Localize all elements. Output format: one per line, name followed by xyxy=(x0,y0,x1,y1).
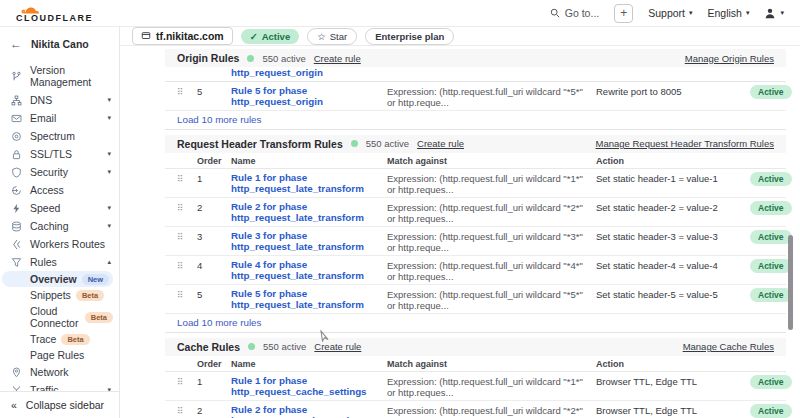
account-back[interactable]: ← Nikita Cano xyxy=(0,34,119,57)
user-icon xyxy=(764,7,776,19)
lightning-icon xyxy=(11,203,22,214)
sidebar-item-rules[interactable]: Rules ▴ xyxy=(0,253,119,271)
sidebar-item-dns[interactable]: DNS ▾ xyxy=(0,91,119,109)
sidebar-item-access[interactable]: Access xyxy=(0,181,119,199)
git-branch-icon xyxy=(11,71,22,82)
sidebar-item-trace[interactable]: Trace Beta xyxy=(0,331,119,347)
order-cell: 4 xyxy=(197,259,225,271)
collapse-sidebar-button[interactable]: « Collapse sidebar xyxy=(0,391,119,418)
table-header-row: Order Name Match against Action xyxy=(165,153,786,169)
rule-name-line2: http_request_origin xyxy=(231,96,323,107)
drag-handle-icon[interactable]: ⠿ xyxy=(177,230,191,242)
manage-origin-rules-link[interactable]: Manage Origin Rules xyxy=(685,53,774,64)
column-header-match: Match against xyxy=(387,156,590,166)
section-title: Origin Rules xyxy=(177,52,239,64)
sidebar-subitem-label: Cloud Connector xyxy=(30,305,80,329)
rule-name-link[interactable]: http_request_origin xyxy=(231,67,381,79)
collapse-icon: « xyxy=(11,399,17,411)
load-more-link[interactable]: Load 10 more rules xyxy=(165,314,786,333)
status-badge: Active xyxy=(750,404,792,418)
sidebar-item-cloud-connector[interactable]: Cloud Connector Beta xyxy=(0,303,119,331)
request-header-transform-rules-header: Request Header Transform Rules 550 activ… xyxy=(165,135,786,153)
drag-handle-icon[interactable]: ⠿ xyxy=(177,201,191,213)
action-cell: Set static header-2 = value-2 xyxy=(596,201,744,213)
rule-name-link[interactable]: Rule 4 for phasehttp_request_late_transf… xyxy=(231,259,381,282)
order-cell: 5 xyxy=(197,85,225,97)
order-cell: 2 xyxy=(197,201,225,213)
drag-handle-icon[interactable]: ⠿ xyxy=(177,85,191,97)
cloudflare-logo[interactable]: CLOUDFLARE xyxy=(16,3,93,23)
chevron-down-icon: ▾ xyxy=(746,9,750,17)
action-cell: Browser TTL, Edge TTL xyxy=(596,375,744,387)
sidebar-item-security[interactable]: Security ▾ xyxy=(0,163,119,181)
add-site-button[interactable]: + xyxy=(614,4,633,23)
zone-bar: tf.nikitac.com ✓ Active ☆ Star Enterpris… xyxy=(120,27,800,46)
email-icon xyxy=(11,113,22,124)
drag-handle-icon[interactable]: ⠿ xyxy=(177,288,191,300)
star-button[interactable]: ☆ Star xyxy=(307,28,357,45)
sidebar-item-caching[interactable]: Caching ▾ xyxy=(0,217,119,235)
rule-name-link[interactable]: Rule 3 for phasehttp_request_late_transf… xyxy=(231,230,381,253)
network-icon xyxy=(11,367,22,378)
table-row: http_request_origin xyxy=(165,67,786,82)
zone-selector[interactable]: tf.nikitac.com xyxy=(132,27,233,45)
goto-search[interactable]: Go to... xyxy=(550,7,599,19)
rule-name-link[interactable]: Rule 2 for phasehttp_request_cache_setti… xyxy=(231,404,381,418)
match-cell: Expression: (http.request.full_uri wildc… xyxy=(387,201,590,224)
drag-handle-icon[interactable]: ⠿ xyxy=(177,172,191,184)
plan-label: Enterprise plan xyxy=(375,31,444,42)
support-label: Support xyxy=(648,7,685,19)
sidebar-item-page-rules[interactable]: Page Rules xyxy=(0,347,119,363)
rule-name-line2: http_request_late_transform xyxy=(231,270,364,281)
rule-name-link[interactable]: Rule 1 for phasehttp_request_cache_setti… xyxy=(231,375,381,398)
star-label: Star xyxy=(330,31,347,42)
drag-handle-icon[interactable]: ⠿ xyxy=(177,404,191,416)
rule-name-link[interactable]: Rule 5 for phasehttp_request_late_transf… xyxy=(231,288,381,311)
zone-status-badge: ✓ Active xyxy=(241,29,299,44)
column-header-name: Name xyxy=(231,156,381,166)
sidebar-item-traffic[interactable]: Traffic ▾ xyxy=(0,381,119,391)
sidebar-item-email[interactable]: Email ▾ xyxy=(0,109,119,127)
rule-name-link[interactable]: Rule 1 for phasehttp_request_late_transf… xyxy=(231,172,381,195)
language-menu[interactable]: English ▾ xyxy=(708,7,750,19)
rule-name-line1: Rule 5 for phase xyxy=(231,85,307,96)
active-count: 550 active xyxy=(262,53,305,64)
match-cell: Expression: (http.request.full_uri wildc… xyxy=(387,230,590,253)
sidebar-item-label: SSL/TLS xyxy=(30,148,72,160)
account-menu[interactable]: ▾ xyxy=(764,7,784,19)
sidebar-item-network[interactable]: Network xyxy=(0,363,119,381)
rule-name-link[interactable]: Rule 2 for phasehttp_request_late_transf… xyxy=(231,201,381,224)
match-cell: Expression: (http.request.full_uri wildc… xyxy=(387,404,590,418)
sidebar-item-ssl-tls[interactable]: SSL/TLS ▾ xyxy=(0,145,119,163)
sidebar-item-overview[interactable]: Overview New xyxy=(2,271,113,287)
create-rule-link[interactable]: Create rule xyxy=(314,53,361,64)
sidebar-item-version-management[interactable]: Version Management xyxy=(0,61,119,91)
table-row: ⠿ 3 Rule 3 for phasehttp_request_late_tr… xyxy=(165,227,786,256)
action-cell: Set static header-3 = value-3 xyxy=(596,230,744,242)
rule-name-line2: http_request_late_transform xyxy=(231,241,364,252)
sidebar-item-workers-routes[interactable]: Workers Routes xyxy=(0,235,119,253)
rule-name-line2: http_request_late_transform xyxy=(231,299,364,310)
sidebar-item-label: Spectrum xyxy=(30,130,75,142)
column-header-action: Action xyxy=(596,156,744,166)
order-cell: 1 xyxy=(197,375,225,387)
manage-cache-rules-link[interactable]: Manage Cache Rules xyxy=(683,341,774,352)
drag-handle-icon[interactable]: ⠿ xyxy=(177,259,191,271)
rule-name-link[interactable]: Rule 5 for phasehttp_request_origin xyxy=(231,85,381,108)
match-cell: Expression: (http.request.full_uri wildc… xyxy=(387,85,590,108)
sidebar-item-label: Traffic xyxy=(30,384,59,391)
cache-rules-header: Cache Rules 550 active Create rule Manag… xyxy=(165,338,786,356)
table-header-row: Order Name Match against Action xyxy=(165,356,786,372)
sidebar-item-spectrum[interactable]: Spectrum xyxy=(0,127,119,145)
load-more-link[interactable]: Load 10 more rules xyxy=(165,111,786,130)
active-count: 550 active xyxy=(366,138,409,149)
drag-handle-icon[interactable]: ⠿ xyxy=(177,375,191,387)
create-rule-link[interactable]: Create rule xyxy=(314,341,361,352)
support-menu[interactable]: Support ▾ xyxy=(648,7,692,19)
sidebar-item-speed[interactable]: Speed ▾ xyxy=(0,199,119,217)
sidebar-item-label: Workers Routes xyxy=(30,238,105,250)
create-rule-link[interactable]: Create rule xyxy=(417,138,464,149)
vertical-scrollbar[interactable] xyxy=(788,235,793,330)
sidebar-item-snippets[interactable]: Snippets Beta xyxy=(0,287,119,303)
manage-request-header-transform-rules-link[interactable]: Manage Request Header Transform Rules xyxy=(596,138,774,149)
